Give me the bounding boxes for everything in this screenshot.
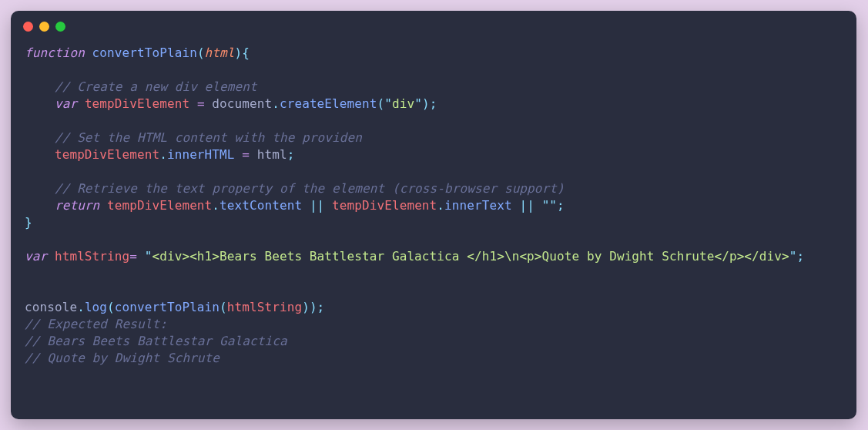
keyword-var: var	[55, 96, 77, 111]
method-log: log	[85, 300, 107, 314]
paren-close: )	[422, 96, 430, 111]
equals: =	[242, 147, 250, 162]
arg-htmlString: htmlString	[227, 300, 302, 314]
method-createElement: createElement	[280, 96, 377, 111]
identifier: tempDivElement	[107, 198, 212, 213]
property-innerHTML: innerHTML	[167, 147, 235, 162]
comment: // Expected Result:	[25, 317, 167, 331]
identifier: tempDivElement	[332, 198, 437, 213]
paren-close: )	[310, 300, 317, 314]
code-window: function convertToPlain(html){ // Create…	[11, 11, 856, 419]
zoom-icon[interactable]	[55, 22, 65, 32]
paren-open: (	[220, 300, 227, 314]
identifier-htmlString: htmlString	[55, 249, 129, 264]
quote: "	[542, 198, 550, 213]
dot: .	[212, 198, 220, 213]
semicolon: ;	[797, 249, 805, 264]
brace-close: }	[25, 215, 32, 230]
dot: .	[272, 96, 280, 111]
paren-close: )	[235, 45, 243, 60]
minimize-icon[interactable]	[39, 22, 49, 32]
close-icon[interactable]	[23, 22, 33, 32]
comment: // Create a new div element	[55, 79, 257, 94]
keyword-var: var	[25, 249, 47, 264]
object-console: console	[25, 300, 77, 314]
code-block: function convertToPlain(html){ // Create…	[11, 42, 856, 381]
object-document: document	[212, 96, 272, 111]
string-literal: div	[392, 96, 414, 111]
dot: .	[77, 300, 85, 314]
brace-open: {	[242, 45, 250, 60]
quote: "	[145, 249, 152, 264]
function-call: convertToPlain	[115, 300, 220, 314]
paren-close: )	[302, 300, 310, 314]
identifier: html	[257, 147, 287, 162]
property-textContent: textContent	[220, 198, 302, 213]
keyword-return: return	[55, 198, 99, 213]
dot: .	[437, 198, 444, 213]
operator-or: ||	[519, 198, 534, 213]
dot: .	[159, 147, 167, 162]
paren-open: (	[107, 300, 115, 314]
quote: "	[384, 96, 392, 111]
quote: "	[549, 198, 557, 213]
comment: // Set the HTML content with the provide…	[55, 130, 362, 145]
keyword-function: function	[25, 45, 85, 60]
equals: =	[197, 96, 205, 111]
titlebar	[11, 11, 856, 42]
comment: // Retrieve the text property of the ele…	[55, 181, 565, 196]
equals: =	[129, 249, 137, 264]
function-name: convertToPlain	[92, 45, 197, 60]
string-html: <div><h1>Bears Beets Battlestar Galactic…	[152, 249, 789, 264]
paren-open: (	[377, 96, 384, 111]
semicolon: ;	[557, 198, 565, 213]
quote: "	[789, 249, 797, 264]
param-html: html	[205, 45, 235, 60]
property-innerText: innerText	[444, 198, 512, 213]
paren-open: (	[197, 45, 205, 60]
identifier: tempDivElement	[55, 147, 159, 162]
comment: // Bears Beets Battlestar Galactica	[25, 334, 287, 348]
semicolon: ;	[317, 300, 325, 314]
identifier: tempDivElement	[85, 96, 189, 111]
operator-or: ||	[310, 198, 324, 213]
semicolon: ;	[287, 147, 295, 162]
comment: // Quote by Dwight Schrute	[25, 351, 220, 365]
semicolon: ;	[430, 96, 437, 111]
quote: "	[414, 96, 422, 111]
